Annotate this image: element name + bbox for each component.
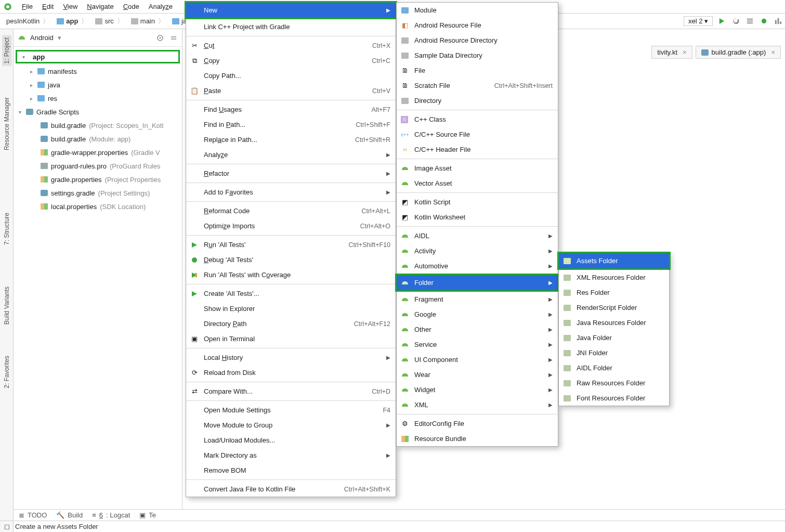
ctx-open-terminal[interactable]: ▣Open in Terminal	[186, 331, 396, 346]
toolwindow-structure[interactable]: 7: Structure	[3, 213, 10, 245]
tree-node-build-gradle-module[interactable]: build.gradle (Module: app)	[14, 132, 182, 146]
folder-xml-resources[interactable]: XML Resources Folder	[559, 270, 669, 285]
new-sample-data-directory[interactable]: Sample Data Directory	[397, 48, 558, 63]
debug-icon[interactable]	[760, 17, 768, 25]
toolwindow-build-variants[interactable]: Build Variants	[3, 287, 10, 325]
new-cpp-source[interactable]: c++C/C++ Source File	[397, 127, 558, 142]
new-resource-bundle[interactable]: Resource Bundle	[397, 431, 558, 446]
ctx-new[interactable]: New▶	[186, 3, 396, 18]
chevron-down-icon[interactable]: ▾	[58, 34, 61, 42]
close-icon[interactable]: ×	[683, 48, 687, 56]
chevron-down-icon[interactable]: ▾	[20, 54, 27, 60]
menu-code[interactable]: Code	[119, 1, 143, 12]
new-file[interactable]: 🗎File	[397, 63, 558, 78]
ctx-create-tests[interactable]: Create 'All Tests'...	[186, 286, 396, 301]
toolwindow-build[interactable]: 🔨 Build	[56, 511, 83, 519]
new-kotlin-script[interactable]: ◩Kotlin Script	[397, 194, 558, 210]
new-service[interactable]: Service▶	[397, 337, 558, 352]
ctx-reformat[interactable]: Reformat CodeCtrl+Alt+L	[186, 203, 396, 218]
new-android-resource-file[interactable]: ◧Android Resource File	[397, 18, 558, 33]
tree-node-local-properties[interactable]: local.properties (SDK Location)	[14, 200, 182, 213]
crumb-src[interactable]: src〉	[92, 17, 127, 26]
new-fragment[interactable]: Fragment▶	[397, 292, 558, 307]
collapse-all-icon[interactable]	[169, 34, 178, 42]
editor-tab-gradle[interactable]: build.gradle (:app)×	[696, 46, 781, 59]
new-kotlin-worksheet[interactable]: ◩Kotlin Worksheet	[397, 210, 558, 225]
folder-java[interactable]: Java Folder	[559, 330, 669, 345]
new-module[interactable]: Module	[397, 3, 558, 18]
toolwindow-todo[interactable]: ≣ TODO	[19, 511, 47, 519]
ctx-move-module-group[interactable]: Move Module to Group▶	[186, 418, 396, 433]
new-aidl[interactable]: AIDL▶	[397, 228, 558, 243]
new-image-asset[interactable]: Image Asset	[397, 161, 558, 176]
menu-file[interactable]: FFileile	[18, 1, 37, 12]
toolwindow-terminal[interactable]: ▣ Te	[139, 511, 156, 519]
tree-node-app[interactable]: ▾ app	[16, 50, 180, 63]
device-selector[interactable]: xel 2 ▾	[684, 16, 713, 26]
editor-tab-activity[interactable]: tivity.kt×	[651, 46, 692, 59]
ctx-find-usages[interactable]: Find UsagesAlt+F7	[186, 102, 396, 117]
tree-node-gradle-properties[interactable]: gradle.properties (Project Properties	[14, 173, 182, 186]
new-automotive[interactable]: Automotive▶	[397, 258, 558, 274]
ctx-refactor[interactable]: Refactor▶	[186, 166, 396, 181]
new-cpp-header[interactable]: HC/C++ Header File	[397, 142, 558, 157]
folder-assets[interactable]: Assets Folder	[559, 253, 669, 268]
folder-res[interactable]: Res Folder	[559, 285, 669, 300]
ctx-link-cpp[interactable]: Link C++ Project with Gradle	[186, 19, 396, 34]
ctx-load-unload-modules[interactable]: Load/Unload Modules...	[186, 433, 396, 448]
tree-node-gradle-scripts[interactable]: ▾Gradle Scripts	[14, 105, 182, 119]
ctx-directory-path[interactable]: Directory PathCtrl+Alt+F12	[186, 316, 396, 331]
ctx-remove-bom[interactable]: Remove BOM	[186, 463, 396, 478]
new-editorconfig[interactable]: ⚙EditorConfig File	[397, 416, 558, 431]
menu-analyze[interactable]: Analyze	[145, 1, 177, 12]
ctx-analyze[interactable]: Analyze▶	[186, 147, 396, 162]
project-tree[interactable]: ▾ app ▸manifests ▸java ▸res ▾Gradle Scri…	[14, 47, 182, 215]
new-activity[interactable]: Activity▶	[397, 243, 558, 258]
folder-raw-resources[interactable]: Raw Resources Folder	[559, 375, 669, 391]
new-wear[interactable]: Wear▶	[397, 367, 558, 382]
tree-node-settings-gradle[interactable]: settings.gradle (Project Settings)	[14, 186, 182, 200]
menu-navigate[interactable]: Navigate	[83, 1, 117, 12]
ctx-cut[interactable]: ✂CutCtrl+X	[186, 38, 396, 53]
new-widget[interactable]: Widget▶	[397, 382, 558, 397]
folder-jni[interactable]: JNI Folder	[559, 345, 669, 360]
new-directory[interactable]: Directory	[397, 93, 558, 108]
new-xml[interactable]: XML▶	[397, 397, 558, 412]
toolwindow-project[interactable]: 1: Project	[2, 35, 11, 66]
ctx-add-favorites[interactable]: Add to Favorites▶	[186, 185, 396, 200]
tree-node-build-gradle-project[interactable]: build.gradle (Project: Scopes_In_Kotl	[14, 119, 182, 132]
ctx-optimize-imports[interactable]: Optimize ImportsCtrl+Alt+O	[186, 218, 396, 233]
ctx-find-in-path[interactable]: Find in Path...Ctrl+Shift+F	[186, 117, 396, 132]
ctx-copy[interactable]: ⧉CopyCtrl+C	[186, 53, 396, 68]
ctx-mark-directory[interactable]: Mark Directory as▶	[186, 448, 396, 463]
ctx-paste[interactable]: 📋PasteCtrl+V	[186, 83, 396, 98]
crumb-main[interactable]: main〉	[128, 17, 169, 26]
toolwindow-favorites[interactable]: 2: Favorites	[3, 356, 10, 388]
new-android-resource-directory[interactable]: Android Resource Directory	[397, 33, 558, 48]
toolwindow-resource-manager[interactable]: Resource Manager	[3, 97, 10, 150]
new-scratch-file[interactable]: 🗎Scratch FileCtrl+Alt+Shift+Insert	[397, 78, 558, 93]
ctx-compare-with[interactable]: ⇄Compare With...Ctrl+D	[186, 384, 396, 399]
ctx-replace-in-path[interactable]: Replace in Path...Ctrl+Shift+R	[186, 132, 396, 147]
tree-node-manifests[interactable]: ▸manifests	[14, 64, 182, 78]
run-icon[interactable]	[718, 17, 726, 25]
folder-java-resources[interactable]: Java Resources Folder	[559, 315, 669, 330]
folder-font-resources[interactable]: Font Resources Folder	[559, 391, 669, 406]
toolwindow-logcat[interactable]: ≡ 6: 6: LogcatLogcat	[92, 511, 130, 519]
locate-icon[interactable]	[156, 34, 164, 42]
tree-node-gradle-wrapper[interactable]: gradle-wrapper.properties (Gradle V	[14, 146, 182, 159]
ctx-reload-disk[interactable]: ⟳Reload from Disk	[186, 365, 396, 380]
new-cpp-class[interactable]: SC++ Class	[397, 112, 558, 127]
crumb-root[interactable]: pesInKotlin〉	[3, 17, 54, 26]
ctx-debug[interactable]: Debug 'All Tests'	[186, 252, 396, 267]
apply-changes-icon[interactable]	[732, 17, 740, 25]
tree-node-res[interactable]: ▸res	[14, 92, 182, 105]
profiler-icon[interactable]	[774, 17, 782, 25]
attach-debugger-icon[interactable]	[746, 17, 754, 25]
crumb-app[interactable]: app〉	[54, 17, 92, 26]
folder-aidl[interactable]: AIDL Folder	[559, 360, 669, 375]
ctx-open-module-settings[interactable]: Open Module SettingsF4	[186, 403, 396, 418]
ctx-convert-to-kotlin[interactable]: Convert Java File to Kotlin FileCtrl+Alt…	[186, 482, 396, 497]
ctx-local-history[interactable]: Local History▶	[186, 350, 396, 365]
tree-node-proguard[interactable]: proguard-rules.pro (ProGuard Rules	[14, 159, 182, 173]
